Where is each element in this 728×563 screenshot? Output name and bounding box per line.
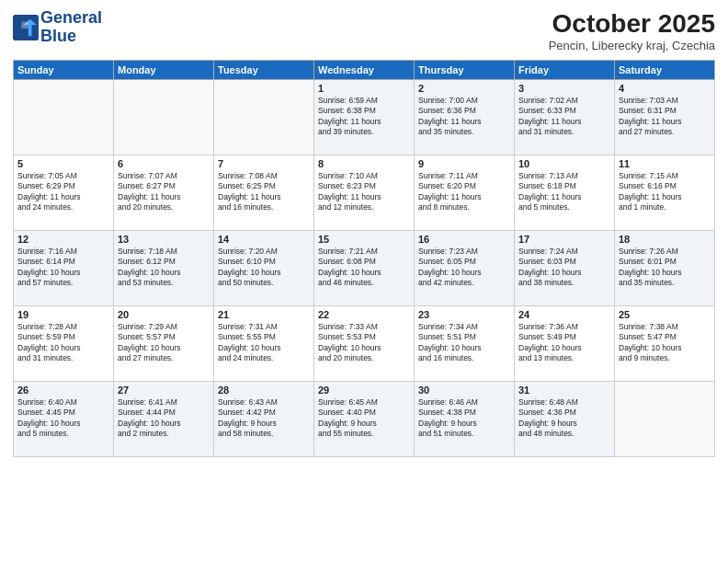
calendar-cell: 8Sunrise: 7:10 AM Sunset: 6:23 PM Daylig… [314,155,415,231]
logo-icon [13,15,39,40]
cell-daylight-text: Sunrise: 6:59 AM Sunset: 6:38 PM Dayligh… [318,96,410,138]
calendar-cell: 26Sunrise: 6:40 AM Sunset: 4:45 PM Dayli… [14,382,114,457]
cell-daylight-text: Sunrise: 7:18 AM Sunset: 6:12 PM Dayligh… [118,247,210,289]
day-number: 9 [418,158,510,169]
page-header: General Blue October 2025 Pencin, Libere… [13,9,715,52]
day-number: 30 [418,385,510,396]
cell-daylight-text: Sunrise: 7:21 AM Sunset: 6:08 PM Dayligh… [318,247,410,289]
calendar-cell: 16Sunrise: 7:23 AM Sunset: 6:05 PM Dayli… [415,231,515,306]
cell-daylight-text: Sunrise: 7:38 AM Sunset: 5:47 PM Dayligh… [619,322,711,364]
calendar-cell: 19Sunrise: 7:28 AM Sunset: 5:59 PM Dayli… [14,306,114,382]
cell-daylight-text: Sunrise: 7:31 AM Sunset: 5:55 PM Dayligh… [218,322,310,364]
cell-daylight-text: Sunrise: 7:15 AM Sunset: 6:16 PM Dayligh… [619,171,711,213]
calendar-cell: 2Sunrise: 7:00 AM Sunset: 6:36 PM Daylig… [415,80,515,155]
day-number: 18 [619,234,711,245]
calendar-cell: 7Sunrise: 7:08 AM Sunset: 6:25 PM Daylig… [214,155,314,231]
day-number: 26 [17,385,109,396]
day-number: 10 [518,158,610,169]
cell-daylight-text: Sunrise: 7:05 AM Sunset: 6:29 PM Dayligh… [17,171,109,213]
calendar-table: SundayMondayTuesdayWednesdayThursdayFrid… [13,60,715,457]
calendar-cell: 15Sunrise: 7:21 AM Sunset: 6:08 PM Dayli… [314,231,415,306]
logo: General Blue [13,9,102,46]
weekday-header: Thursday [415,61,515,80]
cell-daylight-text: Sunrise: 6:40 AM Sunset: 4:45 PM Dayligh… [17,397,109,440]
cell-daylight-text: Sunrise: 7:10 AM Sunset: 6:23 PM Dayligh… [318,171,410,213]
calendar-cell: 28Sunrise: 6:43 AM Sunset: 4:42 PM Dayli… [214,382,314,457]
day-number: 12 [17,234,109,245]
day-number: 25 [619,309,711,320]
day-number: 7 [218,158,310,169]
cell-daylight-text: Sunrise: 7:07 AM Sunset: 6:27 PM Dayligh… [118,171,210,213]
cell-daylight-text: Sunrise: 6:43 AM Sunset: 4:42 PM Dayligh… [218,397,310,440]
day-number: 22 [318,309,410,320]
cell-daylight-text: Sunrise: 6:48 AM Sunset: 4:36 PM Dayligh… [518,397,610,440]
calendar-week-row: 26Sunrise: 6:40 AM Sunset: 4:45 PM Dayli… [14,382,715,457]
day-number: 15 [318,234,410,245]
calendar-week-row: 19Sunrise: 7:28 AM Sunset: 5:59 PM Dayli… [14,306,715,382]
calendar-cell: 14Sunrise: 7:20 AM Sunset: 6:10 PM Dayli… [214,231,314,306]
cell-daylight-text: Sunrise: 7:16 AM Sunset: 6:14 PM Dayligh… [17,247,109,289]
calendar-cell [615,382,715,457]
cell-daylight-text: Sunrise: 7:11 AM Sunset: 6:20 PM Dayligh… [418,171,510,213]
day-number: 16 [418,234,510,245]
cell-daylight-text: Sunrise: 6:45 AM Sunset: 4:40 PM Dayligh… [318,397,410,440]
calendar-cell: 6Sunrise: 7:07 AM Sunset: 6:27 PM Daylig… [114,155,214,231]
calendar-cell: 23Sunrise: 7:34 AM Sunset: 5:51 PM Dayli… [415,306,515,382]
day-number: 5 [17,158,109,169]
calendar-cell: 5Sunrise: 7:05 AM Sunset: 6:29 PM Daylig… [14,155,114,231]
calendar-cell: 1Sunrise: 6:59 AM Sunset: 6:38 PM Daylig… [314,80,415,155]
day-number: 1 [318,83,410,94]
cell-daylight-text: Sunrise: 7:08 AM Sunset: 6:25 PM Dayligh… [218,171,310,213]
svg-marker-2 [21,21,28,28]
day-number: 24 [518,309,610,320]
day-number: 8 [318,158,410,169]
calendar-header-row: SundayMondayTuesdayWednesdayThursdayFrid… [14,61,715,80]
calendar-cell: 17Sunrise: 7:24 AM Sunset: 6:03 PM Dayli… [515,231,615,306]
calendar-cell: 13Sunrise: 7:18 AM Sunset: 6:12 PM Dayli… [114,231,214,306]
location-subtitle: Pencin, Liberecky kraj, Czechia [549,39,715,52]
calendar-body: 1Sunrise: 6:59 AM Sunset: 6:38 PM Daylig… [14,80,715,457]
day-number: 17 [518,234,610,245]
day-number: 4 [619,83,711,94]
day-number: 29 [318,385,410,396]
calendar-cell: 9Sunrise: 7:11 AM Sunset: 6:20 PM Daylig… [415,155,515,231]
calendar-cell [114,80,214,155]
cell-daylight-text: Sunrise: 6:46 AM Sunset: 4:38 PM Dayligh… [418,397,510,440]
cell-daylight-text: Sunrise: 7:03 AM Sunset: 6:31 PM Dayligh… [619,96,711,138]
day-number: 28 [218,385,310,396]
calendar-cell: 21Sunrise: 7:31 AM Sunset: 5:55 PM Dayli… [214,306,314,382]
cell-daylight-text: Sunrise: 7:23 AM Sunset: 6:05 PM Dayligh… [418,247,510,289]
calendar-week-row: 5Sunrise: 7:05 AM Sunset: 6:29 PM Daylig… [14,155,715,231]
calendar-cell: 30Sunrise: 6:46 AM Sunset: 4:38 PM Dayli… [415,382,515,457]
calendar-cell: 29Sunrise: 6:45 AM Sunset: 4:40 PM Dayli… [314,382,415,457]
cell-daylight-text: Sunrise: 7:24 AM Sunset: 6:03 PM Dayligh… [518,247,610,289]
cell-daylight-text: Sunrise: 7:34 AM Sunset: 5:51 PM Dayligh… [418,322,510,364]
day-number: 31 [518,385,610,396]
weekday-header: Wednesday [314,61,415,80]
cell-daylight-text: Sunrise: 7:13 AM Sunset: 6:18 PM Dayligh… [518,171,610,213]
weekday-header: Sunday [14,61,114,80]
calendar-cell: 27Sunrise: 6:41 AM Sunset: 4:44 PM Dayli… [114,382,214,457]
cell-daylight-text: Sunrise: 7:28 AM Sunset: 5:59 PM Dayligh… [17,322,109,364]
title-block: October 2025 Pencin, Liberecky kraj, Cze… [549,9,715,52]
calendar-cell [214,80,314,155]
cell-daylight-text: Sunrise: 7:20 AM Sunset: 6:10 PM Dayligh… [218,247,310,289]
day-number: 11 [619,158,711,169]
calendar-cell: 3Sunrise: 7:02 AM Sunset: 6:33 PM Daylig… [515,80,615,155]
day-number: 27 [118,385,210,396]
calendar-cell: 20Sunrise: 7:29 AM Sunset: 5:57 PM Dayli… [114,306,214,382]
month-title: October 2025 [549,9,715,39]
calendar-cell: 11Sunrise: 7:15 AM Sunset: 6:16 PM Dayli… [615,155,715,231]
logo-text: General Blue [40,9,102,46]
calendar-cell: 4Sunrise: 7:03 AM Sunset: 6:31 PM Daylig… [615,80,715,155]
cell-daylight-text: Sunrise: 7:00 AM Sunset: 6:36 PM Dayligh… [418,96,510,138]
calendar-week-row: 1Sunrise: 6:59 AM Sunset: 6:38 PM Daylig… [14,80,715,155]
page-container: General Blue October 2025 Pencin, Libere… [0,0,728,563]
cell-daylight-text: Sunrise: 7:36 AM Sunset: 5:49 PM Dayligh… [518,322,610,364]
calendar-week-row: 12Sunrise: 7:16 AM Sunset: 6:14 PM Dayli… [14,231,715,306]
cell-daylight-text: Sunrise: 7:33 AM Sunset: 5:53 PM Dayligh… [318,322,410,364]
cell-daylight-text: Sunrise: 7:26 AM Sunset: 6:01 PM Dayligh… [619,247,711,289]
weekday-header: Tuesday [214,61,314,80]
day-number: 3 [518,83,610,94]
calendar-cell: 22Sunrise: 7:33 AM Sunset: 5:53 PM Dayli… [314,306,415,382]
